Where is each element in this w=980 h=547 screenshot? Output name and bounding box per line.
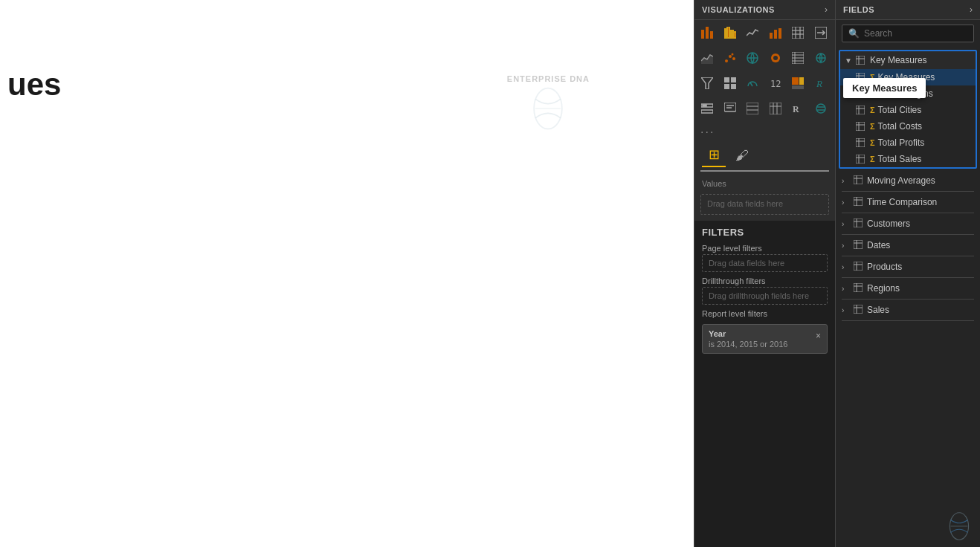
- more-icons-indicator: ...: [694, 121, 835, 137]
- map-icon[interactable]: [743, 48, 762, 68]
- field-group-chevron-icon: ›: [842, 242, 851, 250]
- svg-point-22: [731, 54, 733, 56]
- fields-panel: FIELDS › 🔍 Key Measures ▼ Key Measures: [835, 0, 980, 547]
- column-chart-icon[interactable]: [766, 23, 785, 42]
- search-input[interactable]: [864, 28, 976, 39]
- fields-panel-title: FIELDS: [843, 5, 874, 14]
- svg-rect-86: [854, 197, 863, 206]
- visualizations-panel: VISUALIZATIONS ›: [694, 0, 835, 547]
- globe-icon[interactable]: [811, 48, 831, 68]
- field-group-label: Moving Averages: [867, 175, 935, 186]
- field-item-total-profits[interactable]: Σ Total Profits: [840, 135, 976, 151]
- page-level-drop-zone[interactable]: Drag data fields here: [702, 254, 828, 272]
- filter-tag-title: Year: [709, 329, 821, 338]
- svg-rect-10: [774, 30, 777, 39]
- fields-tab-icon[interactable]: ⊞: [702, 143, 726, 167]
- viz-panel-chevron-icon[interactable]: ›: [825, 4, 828, 15]
- custom-globe-icon[interactable]: [811, 99, 831, 118]
- svg-text:R: R: [816, 78, 822, 89]
- filters-panel: FILTERS Page level filters Drag data fie…: [694, 221, 835, 547]
- svg-rect-62: [856, 56, 865, 65]
- field-item-total-costs[interactable]: Σ Total Costs: [840, 118, 976, 135]
- field-group-dates[interactable]: › Dates: [836, 236, 980, 254]
- field-group-table-icon: [854, 175, 863, 186]
- svg-rect-83: [854, 175, 863, 184]
- grid-visual-icon[interactable]: [721, 74, 740, 93]
- svg-text:123: 123: [770, 79, 781, 89]
- kpi-icon[interactable]: [811, 23, 831, 42]
- fields-panel-header: FIELDS ›: [836, 0, 980, 20]
- fields-separator: [842, 299, 974, 300]
- key-measures-label: Key Measures: [870, 55, 927, 65]
- svg-point-26: [773, 56, 778, 60]
- field-group-table-icon: [854, 219, 863, 229]
- r-script-icon[interactable]: R: [788, 99, 807, 118]
- field-group-table-icon: [854, 283, 863, 294]
- field-icon-tc: [855, 105, 865, 115]
- field-group-customers[interactable]: › Customers: [836, 215, 980, 233]
- field-group-label: Products: [867, 262, 902, 272]
- field-group-products[interactable]: › Products: [836, 258, 980, 276]
- smart-narrative-icon[interactable]: [721, 99, 740, 118]
- matrix2-icon[interactable]: [766, 99, 785, 118]
- svg-rect-11: [778, 28, 781, 39]
- search-icon: 🔍: [848, 28, 860, 39]
- svg-rect-51: [747, 103, 758, 114]
- viz-icons-row1: [694, 20, 835, 45]
- fields-bottom-logo: [836, 505, 980, 547]
- drillthrough-drop-zone[interactable]: Drag drillthrough fields here: [702, 287, 828, 305]
- svg-rect-8: [734, 32, 736, 38]
- fields-separator: [842, 191, 974, 192]
- field-group-moving-averages[interactable]: › Moving Averages: [836, 172, 980, 190]
- stacked-bar-icon[interactable]: [697, 23, 717, 42]
- svg-text:R: R: [793, 104, 799, 114]
- key-measures-group-header[interactable]: ▼ Key Measures: [840, 51, 976, 69]
- field-group-chevron-icon: ›: [842, 263, 851, 271]
- clustered-bar-icon[interactable]: [721, 23, 740, 42]
- matrix-icon[interactable]: [788, 48, 807, 68]
- field-group-chevron-icon: ›: [842, 220, 851, 228]
- field-group-table-icon: [854, 240, 863, 250]
- table2-icon[interactable]: [743, 99, 762, 118]
- r-icon[interactable]: R: [811, 74, 831, 93]
- filter-tag-close-icon[interactable]: ×: [816, 331, 821, 341]
- svg-rect-101: [854, 305, 863, 314]
- filters-title: FILTERS: [702, 227, 828, 238]
- area-chart-icon[interactable]: [697, 48, 717, 68]
- svg-rect-4: [710, 31, 713, 39]
- scatter-chart-icon[interactable]: [721, 48, 740, 68]
- svg-marker-34: [701, 77, 713, 89]
- filter-tag-value: is 2014, 2015 or 2016: [709, 340, 821, 349]
- field-item-total-cities[interactable]: Σ Total Cities: [840, 102, 976, 118]
- line-chart-icon[interactable]: [743, 23, 762, 42]
- gauge-icon[interactable]: [743, 74, 762, 93]
- field-group-sales[interactable]: › Sales: [836, 301, 980, 319]
- key-measures-group: ▼ Key Measures Σ Key Measures Σ: [839, 50, 977, 169]
- field-group-time-comparison[interactable]: › Time Comparison: [836, 193, 980, 211]
- fields-list: ▼ Key Measures Σ Key Measures Σ: [836, 47, 980, 505]
- key-measures-collapse-icon: ▼: [845, 56, 852, 65]
- slicer-icon[interactable]: [697, 99, 717, 118]
- table-icon[interactable]: [788, 23, 807, 42]
- filter-icon[interactable]: [697, 74, 717, 93]
- field-group-regions[interactable]: › Regions: [836, 279, 980, 297]
- svg-rect-3: [706, 27, 709, 39]
- svg-rect-6: [727, 27, 729, 38]
- svg-rect-92: [854, 240, 863, 249]
- fields-panel-chevron-icon[interactable]: ›: [970, 4, 973, 15]
- donut-icon[interactable]: [766, 48, 785, 68]
- svg-rect-5: [724, 29, 726, 38]
- viz-tabs: ⊞ 🖌: [700, 140, 829, 172]
- number-icon[interactable]: 123: [766, 74, 785, 93]
- field-icon-tco: [855, 121, 865, 132]
- values-drop-zone[interactable]: Drag data fields here: [700, 194, 829, 215]
- svg-point-59: [816, 104, 825, 113]
- field-group-label: Time Comparison: [867, 197, 937, 207]
- field-item-total-sales[interactable]: Σ Total Sales: [840, 151, 976, 167]
- values-label: Values: [700, 176, 829, 191]
- format-tab-icon[interactable]: 🖌: [730, 143, 754, 167]
- field-group-label: Sales: [867, 305, 889, 315]
- treemap-icon[interactable]: [788, 74, 807, 93]
- svg-rect-46: [701, 110, 713, 113]
- svg-line-39: [750, 82, 752, 86]
